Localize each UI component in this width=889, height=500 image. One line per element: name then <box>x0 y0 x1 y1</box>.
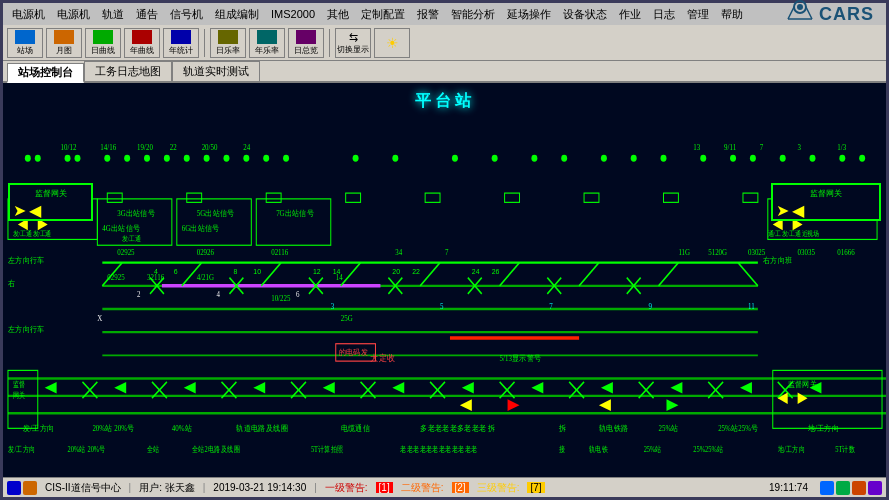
right-box-title-1: 监督网关 <box>776 188 876 199</box>
svg-point-30 <box>730 155 736 162</box>
btn-year-curve[interactable]: 年曲线 <box>124 28 160 58</box>
svg-point-31 <box>750 155 756 162</box>
main-display: 平台站 <box>3 83 886 477</box>
menu-other[interactable]: 其他 <box>322 6 354 23</box>
menu-custom[interactable]: 定制配置 <box>356 6 410 23</box>
btn-day-rate[interactable]: 日乐率 <box>210 28 246 58</box>
tray-icon-2[interactable] <box>836 481 850 495</box>
svg-point-29 <box>700 155 706 162</box>
btn-month[interactable]: 月图 <box>46 28 82 58</box>
svg-text:34: 34 <box>395 247 402 257</box>
btn-station[interactable]: 站场 <box>7 28 43 58</box>
tray-icon-4[interactable] <box>868 481 882 495</box>
svg-point-15 <box>204 155 210 162</box>
svg-text:左方向行车: 左方向行车 <box>8 255 45 265</box>
svg-text:4: 4 <box>217 290 221 300</box>
svg-text:接: 接 <box>559 445 565 454</box>
menu-manage[interactable]: 管理 <box>682 6 714 23</box>
svg-text:的电码发: 的电码发 <box>339 348 368 358</box>
svg-text:3: 3 <box>798 143 802 153</box>
cars-logo-text: CARS <box>819 4 874 25</box>
btn-day-overview[interactable]: 日总览 <box>288 28 324 58</box>
svg-text:25%站: 25%站 <box>644 445 662 454</box>
svg-text:5/13显示警号: 5/13显示警号 <box>500 354 542 364</box>
svg-text:4G出站信号: 4G出站信号 <box>102 224 140 234</box>
svg-point-22 <box>452 155 458 162</box>
svg-text:25%25%站: 25%25%站 <box>693 445 723 454</box>
svg-text:6: 6 <box>174 267 178 277</box>
btn-year-stat[interactable]: 年统计 <box>163 28 199 58</box>
svg-text:轨电铁: 轨电铁 <box>589 445 608 454</box>
alert-3-label: 三级警告: <box>477 481 520 495</box>
menu-ims[interactable]: IMS2000 <box>266 7 320 21</box>
svg-text:01666: 01666 <box>837 247 855 257</box>
btn-day-curve[interactable]: 日曲线 <box>85 28 121 58</box>
tab-station-control[interactable]: 站场控制台 <box>7 63 84 83</box>
menu-power[interactable]: 电源机 <box>7 6 50 23</box>
svg-text:6G出站信号: 6G出站信号 <box>182 224 220 234</box>
svg-text:6: 6 <box>296 290 300 300</box>
menu-help[interactable]: 帮助 <box>716 6 748 23</box>
svg-text:02925: 02925 <box>117 247 135 257</box>
btn-switch-display[interactable]: ⇆ 切换显示 <box>335 28 371 58</box>
svg-text:22: 22 <box>412 267 420 277</box>
sep1 <box>204 29 205 57</box>
menu-compose[interactable]: 组成编制 <box>210 6 264 23</box>
tab-work-log[interactable]: 工务日志地图 <box>84 61 172 81</box>
svg-text:4: 4 <box>154 267 158 277</box>
btn-year-rate[interactable]: 年乐率 <box>249 28 285 58</box>
svg-text:左方向行车: 左方向行车 <box>8 325 45 335</box>
svg-text:发/工通 发/工通: 发/工通 发/工通 <box>13 230 51 238</box>
tray-icon-3[interactable] <box>852 481 866 495</box>
alert-2-label: 二级警告: <box>401 481 444 495</box>
menu-bar: 电源机 电源机 轨道 通告 信号机 组成编制 IMS2000 其他 定制配置 报… <box>3 3 886 25</box>
menu-log[interactable]: 日志 <box>648 6 680 23</box>
tab-bar: 站场控制台 工务日志地图 轨道实时测试 <box>3 61 886 83</box>
svg-text:02925: 02925 <box>107 272 125 282</box>
svg-text:轨道电路及线圈: 轨道电路及线圈 <box>236 423 288 433</box>
tab-realtime-test[interactable]: 轨道实时测试 <box>172 61 260 81</box>
svg-point-21 <box>392 155 398 162</box>
status-icon-1 <box>7 481 21 495</box>
svg-text:5: 5 <box>440 301 444 311</box>
menu-power2[interactable]: 电源机 <box>52 6 95 23</box>
svg-text:02116: 02116 <box>271 247 288 257</box>
svg-text:20/50: 20/50 <box>202 143 218 153</box>
svg-text:右: 右 <box>8 278 15 288</box>
svg-text:25%站: 25%站 <box>659 423 679 433</box>
left-box-title-1: 监督网关 <box>13 188 88 199</box>
svg-text:7: 7 <box>549 301 553 311</box>
svg-text:26: 26 <box>492 267 500 277</box>
svg-text:12: 12 <box>313 267 321 277</box>
menu-device[interactable]: 设备状态 <box>558 6 612 23</box>
menu-analysis[interactable]: 智能分析 <box>446 6 500 23</box>
svg-line-2 <box>788 7 794 19</box>
menu-extend[interactable]: 延场操作 <box>502 6 556 23</box>
svg-text:5T计算拍照: 5T计算拍照 <box>311 445 344 454</box>
menu-alarm[interactable]: 报警 <box>412 6 444 23</box>
svg-text:3: 3 <box>331 301 335 311</box>
svg-text:5T计数: 5T计数 <box>835 445 855 454</box>
svg-text:24: 24 <box>243 143 250 153</box>
svg-point-6 <box>25 155 31 162</box>
svg-point-27 <box>631 155 637 162</box>
menu-notice[interactable]: 通告 <box>131 6 163 23</box>
svg-text:全站2电路及线圈: 全站2电路及线圈 <box>192 445 240 454</box>
svg-text:8: 8 <box>233 267 237 277</box>
tray-area <box>820 481 882 495</box>
svg-text:发/工通: 发/工通 <box>122 234 140 242</box>
svg-text:9/11: 9/11 <box>724 143 736 153</box>
menu-signal[interactable]: 信号机 <box>165 6 208 23</box>
toolbar: 站场 月图 日曲线 年曲线 年统计 日乐率 年乐率 日总览 <box>3 25 886 61</box>
menu-job[interactable]: 作业 <box>614 6 646 23</box>
svg-text:X: X <box>97 313 103 323</box>
svg-text:电缆通信: 电缆通信 <box>341 423 370 433</box>
status-icon-2 <box>23 481 37 495</box>
svg-point-32 <box>780 155 786 162</box>
menu-track[interactable]: 轨道 <box>97 6 129 23</box>
svg-point-1 <box>797 4 803 10</box>
separator-2: | <box>203 482 206 493</box>
btn-sun[interactable]: ☀ <box>374 28 410 58</box>
tray-icon-1[interactable] <box>820 481 834 495</box>
svg-text:7: 7 <box>445 247 449 257</box>
